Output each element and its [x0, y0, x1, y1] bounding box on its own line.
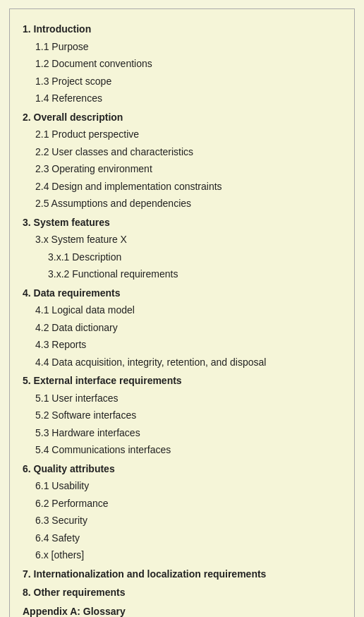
toc-item[interactable]: 6.x [others] [23, 546, 341, 564]
toc-item[interactable]: 5.2 Software interfaces [23, 407, 341, 424]
toc-item[interactable]: 1.2 Document conventions [23, 55, 341, 73]
toc-item[interactable]: 4. Data requirements [23, 284, 341, 302]
toc-item[interactable]: 3.x.2 Functional requirements [23, 265, 341, 283]
toc-item[interactable]: 1.3 Project scope [23, 73, 341, 90]
toc-item[interactable]: 2.3 Operating environment [23, 160, 341, 178]
toc-item[interactable]: 1. Introduction [23, 20, 341, 38]
toc-item[interactable]: 3.x.1 Description [23, 248, 341, 266]
toc-item[interactable]: 5.3 Hardware interfaces [23, 424, 341, 442]
toc-item[interactable]: 1.1 Purpose [23, 38, 341, 56]
toc-item[interactable]: 1.4 References [23, 90, 341, 107]
toc-item[interactable]: 5.1 User interfaces [23, 390, 341, 407]
toc-item[interactable]: 4.3 Reports [23, 336, 341, 354]
toc-item[interactable]: 2. Overall description [23, 109, 341, 126]
toc-item[interactable]: 3.x System feature X [23, 231, 341, 248]
toc-item[interactable]: 6.2 Performance [23, 495, 341, 513]
toc-item[interactable]: 6.4 Safety [23, 529, 341, 547]
toc-item[interactable]: 5.4 Communications interfaces [23, 441, 341, 459]
toc-item[interactable]: 8. Other requirements [23, 584, 341, 601]
toc-item[interactable]: Appendix A: Glossary [23, 603, 341, 618]
toc-item[interactable]: 2.5 Assumptions and dependencies [23, 195, 341, 212]
toc-item[interactable]: 6.1 Usability [23, 477, 341, 495]
toc-item[interactable]: 2.1 Product perspective [23, 126, 341, 143]
toc-item[interactable]: 5. External interface requirements [23, 372, 341, 390]
toc-item[interactable]: 4.2 Data dictionary [23, 319, 341, 337]
toc-container: 1. Introduction1.1 Purpose1.2 Document c… [9, 8, 355, 617]
toc-item[interactable]: 7. Internationalization and localization… [23, 565, 341, 583]
toc-item[interactable]: 3. System features [23, 214, 341, 232]
toc-item[interactable]: 4.4 Data acquisition, integrity, retenti… [23, 354, 341, 371]
toc-item[interactable]: 6.3 Security [23, 512, 341, 529]
toc-list: 1. Introduction1.1 Purpose1.2 Document c… [23, 20, 341, 617]
toc-item[interactable]: 2.2 User classes and characteristics [23, 143, 341, 161]
toc-item[interactable]: 2.4 Design and implementation constraint… [23, 178, 341, 196]
toc-item[interactable]: 4.1 Logical data model [23, 301, 341, 319]
toc-item[interactable]: 6. Quality attributes [23, 460, 341, 478]
